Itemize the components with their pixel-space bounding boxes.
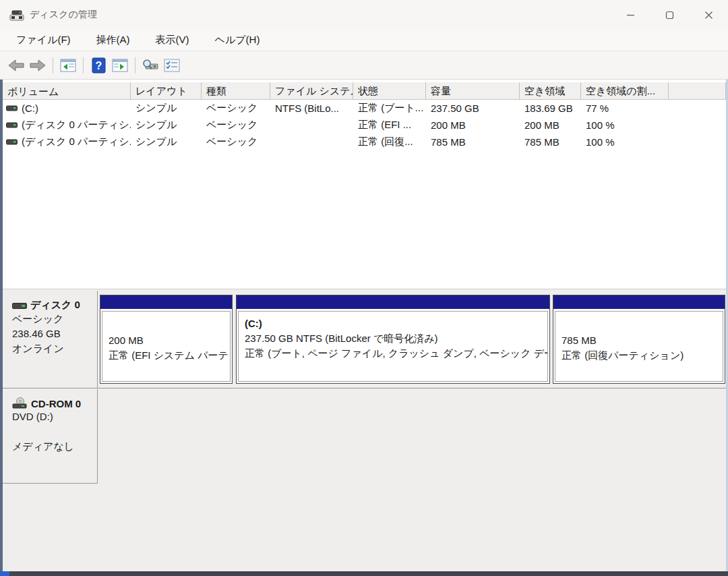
free-percent-cell: 77 % bbox=[581, 103, 669, 114]
partition-recovery[interactable]: 785 MB 正常 (回復パーティション) bbox=[553, 295, 725, 384]
partition-size: 237.50 GB NTFS (BitLocker で暗号化済み) bbox=[245, 331, 547, 346]
menu-file[interactable]: ファイル(F) bbox=[8, 31, 79, 49]
disk-management-window: ディスクの管理 ファイル(F) 操作(A) 表示(V) ヘルプ(H) bbox=[0, 0, 728, 576]
layout-cell: シンプル bbox=[131, 102, 202, 115]
disk0-label-panel[interactable]: ディスク 0 ベーシック 238.46 GB オンライン bbox=[3, 291, 98, 388]
close-button[interactable] bbox=[689, 0, 728, 30]
properties-list-icon[interactable] bbox=[161, 55, 183, 76]
toolbar: ? bbox=[0, 52, 728, 80]
column-header-status[interactable]: 状態 bbox=[353, 82, 426, 100]
partition-c-header bbox=[237, 295, 549, 309]
console-tree-window-icon[interactable] bbox=[57, 55, 79, 76]
status-cell: 正常 (ブート... bbox=[353, 102, 426, 115]
back-arrow-icon[interactable] bbox=[5, 55, 27, 76]
window-controls bbox=[611, 0, 728, 30]
capacity-cell: 785 MB bbox=[426, 136, 520, 148]
toolbar-separator bbox=[53, 57, 53, 74]
volume-disk-icon bbox=[6, 121, 18, 129]
volume-disk-icon bbox=[6, 105, 18, 112]
table-row-volume-recovery[interactable]: (ディスク 0 パーティシ... シンプル ベーシック 正常 (回復... 78… bbox=[3, 134, 726, 150]
type-cell: ベーシック bbox=[202, 102, 270, 115]
disk-management-app-icon bbox=[9, 9, 24, 21]
disk-inspect-icon[interactable] bbox=[140, 55, 161, 76]
layout-cell: シンプル bbox=[131, 119, 202, 132]
cdrom-media: メディアなし bbox=[12, 439, 90, 454]
status-cell: 正常 (回復... bbox=[353, 136, 426, 148]
spacer bbox=[12, 424, 90, 439]
column-header-volume[interactable]: ボリューム bbox=[3, 82, 131, 100]
volume-rows: (C:) シンプル ベーシック NTFS (BitLo... 正常 (ブート..… bbox=[3, 100, 726, 289]
free-space-cell: 183.69 GB bbox=[520, 103, 581, 114]
column-header-filesystem[interactable]: ファイル システム bbox=[270, 82, 353, 100]
column-header-capacity[interactable]: 容量 bbox=[426, 82, 520, 100]
free-percent-cell: 100 % bbox=[581, 136, 669, 148]
partition-recovery-header bbox=[553, 295, 725, 309]
type-cell: ベーシック bbox=[202, 136, 270, 148]
menu-action[interactable]: 操作(A) bbox=[88, 31, 138, 49]
column-header-filler bbox=[669, 82, 726, 100]
toolbar-separator bbox=[83, 57, 84, 74]
volume-name-cell: (C:) bbox=[3, 103, 131, 114]
free-space-cell: 785 MB bbox=[520, 136, 581, 148]
cd-rom-icon bbox=[12, 397, 28, 409]
volume-name-cell: (ディスク 0 パーティシ... bbox=[3, 119, 131, 132]
disk0-row: ディスク 0 ベーシック 238.46 GB オンライン 200 MB 正常 (… bbox=[3, 291, 726, 388]
cdrom-row: CD-ROM 0 DVD (D:) メディアなし bbox=[3, 389, 726, 484]
column-header-layout[interactable]: レイアウト bbox=[131, 82, 202, 100]
cdrom-name: CD-ROM 0 bbox=[31, 398, 81, 409]
free-percent-cell: 100 % bbox=[581, 119, 669, 131]
free-space-cell: 200 MB bbox=[520, 119, 581, 131]
disk0-size: 238.46 GB bbox=[12, 326, 90, 341]
maximize-button[interactable] bbox=[650, 0, 689, 30]
partition-c[interactable]: (C:) 237.50 GB NTFS (BitLocker で暗号化済み) 正… bbox=[236, 295, 550, 384]
window-bottom-edge bbox=[0, 571, 728, 576]
menu-bar: ファイル(F) 操作(A) 表示(V) ヘルプ(H) bbox=[0, 30, 728, 51]
window-title: ディスクの管理 bbox=[30, 9, 97, 21]
main-content: ボリューム レイアウト 種類 ファイル システム 状態 容量 空き領域 空き領域… bbox=[3, 80, 726, 571]
graphical-view-pane: ディスク 0 ベーシック 238.46 GB オンライン 200 MB 正常 (… bbox=[3, 289, 726, 531]
status-cell: 正常 (EFI ... bbox=[353, 119, 426, 132]
partition-c-body: (C:) 237.50 GB NTFS (BitLocker で暗号化済み) 正… bbox=[238, 311, 548, 382]
volume-list-pane: ボリューム レイアウト 種類 ファイル システム 状態 容量 空き領域 空き領域… bbox=[3, 80, 726, 289]
disk0-status: オンライン bbox=[12, 341, 90, 356]
partition-efi-body: 200 MB 正常 (EFI システム パーティシ bbox=[102, 311, 231, 382]
svg-text:?: ? bbox=[95, 60, 102, 71]
capacity-cell: 237.50 GB bbox=[426, 103, 520, 114]
column-header-free-space[interactable]: 空き領域 bbox=[520, 82, 581, 100]
partition-status: 正常 (回復パーティション) bbox=[562, 348, 723, 363]
filesystem-cell: NTFS (BitLo... bbox=[270, 103, 353, 114]
hard-disk-icon bbox=[12, 301, 27, 310]
volume-disk-icon bbox=[6, 138, 18, 146]
partition-status: 正常 (ブート, ページ ファイル, クラッシュ ダンプ, ベーシック データ … bbox=[245, 346, 547, 361]
forward-arrow-icon[interactable] bbox=[27, 55, 49, 76]
disk0-name: ディスク 0 bbox=[30, 299, 80, 312]
table-row-volume-c[interactable]: (C:) シンプル ベーシック NTFS (BitLo... 正常 (ブート..… bbox=[3, 100, 726, 117]
menu-view[interactable]: 表示(V) bbox=[148, 31, 198, 49]
column-header-type[interactable]: 種類 bbox=[202, 82, 270, 100]
column-header-free-percent[interactable]: 空き領域の割... bbox=[581, 82, 669, 100]
title-bar: ディスクの管理 bbox=[0, 0, 728, 30]
partition-recovery-body: 785 MB 正常 (回復パーティション) bbox=[555, 311, 723, 382]
partition-efi[interactable]: 200 MB 正常 (EFI システム パーティシ bbox=[100, 295, 233, 384]
table-row-volume-efi[interactable]: (ディスク 0 パーティシ... シンプル ベーシック 正常 (EFI ... … bbox=[3, 117, 726, 134]
disk0-type: ベーシック bbox=[12, 312, 90, 326]
capacity-cell: 200 MB bbox=[426, 119, 520, 131]
action-pane-window-icon[interactable] bbox=[109, 55, 131, 76]
partition-efi-header bbox=[100, 295, 232, 309]
partition-size: 785 MB bbox=[562, 333, 723, 348]
window-corner-accent bbox=[0, 571, 9, 576]
help-icon[interactable]: ? bbox=[88, 55, 109, 76]
menu-help[interactable]: ヘルプ(H) bbox=[207, 31, 268, 49]
cdrom-drive: DVD (D:) bbox=[12, 409, 90, 424]
type-cell: ベーシック bbox=[202, 119, 270, 132]
cdrom-label-panel[interactable]: CD-ROM 0 DVD (D:) メディアなし bbox=[3, 389, 98, 484]
partition-status: 正常 (EFI システム パーティシ bbox=[109, 348, 230, 363]
partition-size: 200 MB bbox=[109, 333, 230, 348]
minimize-button[interactable] bbox=[611, 0, 650, 30]
layout-cell: シンプル bbox=[131, 136, 202, 148]
partition-drive-letter: (C:) bbox=[245, 316, 547, 331]
volume-name-cell: (ディスク 0 パーティシ... bbox=[3, 136, 131, 148]
volume-list-header: ボリューム レイアウト 種類 ファイル システム 状態 容量 空き領域 空き領域… bbox=[3, 82, 726, 100]
toolbar-separator bbox=[135, 57, 135, 74]
